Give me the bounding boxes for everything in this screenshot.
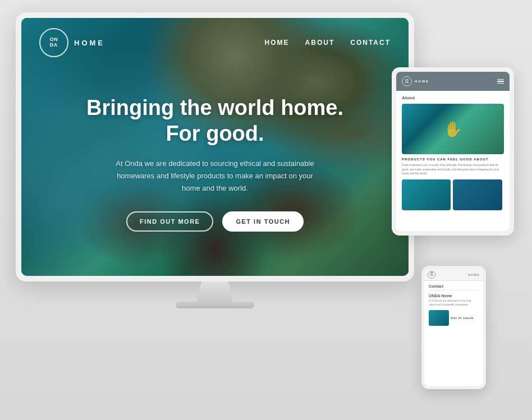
hero-content: Bringing the world home. For good. At On… bbox=[21, 84, 409, 243]
phone-body: ONDA HOME Contact ONDA Home At Onda we a… bbox=[421, 266, 486, 389]
hero-title: Bringing the world home. For good. bbox=[66, 95, 364, 146]
phone: ONDA HOME Contact ONDA Home At Onda we a… bbox=[421, 266, 486, 389]
phone-contact-label: Contact bbox=[429, 284, 479, 288]
tablet-about-label: About bbox=[402, 95, 504, 100]
tablet-thumbnail-2 bbox=[453, 179, 502, 210]
phone-divider-1 bbox=[429, 290, 479, 290]
monitor-body: ONDA HOME HOME ABOUT CONTACT Bringing th… bbox=[16, 12, 414, 281]
phone-company-section: ONDA Home bbox=[429, 294, 479, 298]
phone-screen: ONDA HOME Contact ONDA Home At Onda we a… bbox=[424, 269, 483, 386]
tablet: ONDA HOME About ✋ bbox=[392, 67, 514, 236]
tablet-thumbnail-1 bbox=[402, 179, 451, 210]
phone-hero-row: Get in touch bbox=[429, 310, 479, 326]
phone-nav-text: HOME bbox=[468, 273, 480, 276]
tablet-content: About ✋ PRODUCTS YOU CAN FEEL GOOD ABOUT… bbox=[396, 91, 510, 215]
find-out-more-button[interactable]: FIND OUT MORE bbox=[126, 211, 214, 232]
hero-title-line1: Bringing the world home. bbox=[86, 96, 343, 119]
monitor: ONDA HOME HOME ABOUT CONTACT Bringing th… bbox=[16, 12, 414, 310]
hero-buttons: FIND OUT MORE GET IN TOUCH bbox=[66, 211, 364, 232]
hero-title-line2: For good. bbox=[166, 122, 264, 145]
nav-about[interactable]: ABOUT bbox=[305, 39, 335, 47]
tablet-section-title: PRODUCTS YOU CAN FEEL GOOD ABOUT bbox=[402, 158, 504, 161]
hamburger-line-2 bbox=[497, 81, 504, 82]
tablet-hero-image: ✋ bbox=[402, 104, 504, 154]
desktop-nav: ONDA HOME HOME ABOUT CONTACT bbox=[21, 18, 409, 67]
tablet-screen: ONDA HOME About ✋ bbox=[396, 72, 510, 231]
phone-nav: ONDA HOME bbox=[424, 269, 483, 281]
phone-logo-circle: ONDA bbox=[428, 271, 435, 279]
logo-home-text: HOME bbox=[74, 39, 105, 47]
logo-wrap: ONDA HOME bbox=[39, 28, 105, 57]
phone-thumbnail bbox=[429, 310, 449, 326]
phone-body-text: At Onda we are dedicated to sourcing eth… bbox=[429, 299, 479, 307]
logo-text: ONDA bbox=[50, 37, 58, 48]
nav-home[interactable]: HOME bbox=[265, 39, 290, 47]
phone-logo-text: ONDA bbox=[430, 273, 433, 276]
logo-circle: ONDA bbox=[39, 28, 68, 57]
tablet-nav-text: HOME bbox=[415, 80, 429, 83]
hand-icon: ✋ bbox=[443, 120, 463, 139]
nav-links: HOME ABOUT CONTACT bbox=[265, 39, 391, 47]
monitor-screen: ONDA HOME HOME ABOUT CONTACT Bringing th… bbox=[21, 18, 409, 276]
tablet-menu-icon[interactable] bbox=[497, 79, 504, 84]
tablet-body: ONDA HOME About ✋ bbox=[392, 67, 514, 236]
scene: ONDA HOME HOME ABOUT CONTACT Bringing th… bbox=[0, 0, 532, 420]
hero-subtitle: At Onda we are dedicated to sourcing eth… bbox=[108, 158, 322, 195]
monitor-stand bbox=[192, 281, 237, 302]
hamburger-line-1 bbox=[497, 79, 504, 80]
phone-get-in-touch[interactable]: Get in touch bbox=[451, 316, 474, 320]
get-in-touch-button[interactable]: GET IN TOUCH bbox=[222, 211, 304, 232]
tablet-bottom-row bbox=[402, 179, 504, 210]
tablet-nav: ONDA HOME bbox=[396, 72, 510, 91]
tablet-body-text: Onda empowers you to easily shop ethical… bbox=[402, 163, 504, 176]
phone-content: Contact ONDA Home At Onda we are dedicat… bbox=[424, 281, 483, 332]
nav-contact[interactable]: CONTACT bbox=[350, 39, 391, 47]
monitor-foot bbox=[176, 302, 254, 308]
phone-cta-wrap: Get in touch bbox=[451, 310, 479, 326]
hamburger-line-3 bbox=[497, 83, 504, 84]
tablet-logo-text: ONDA bbox=[405, 79, 409, 84]
